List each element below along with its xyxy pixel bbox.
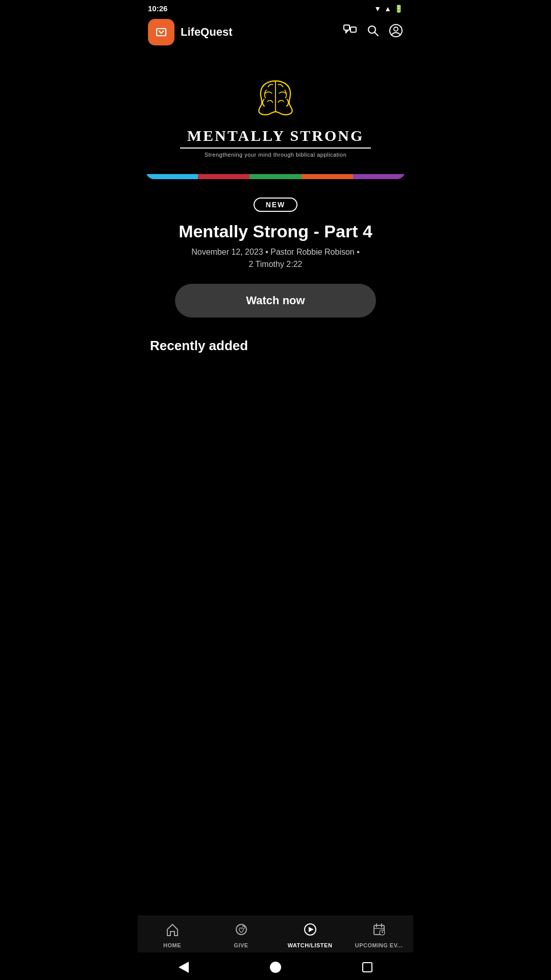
dot-separator-1: • — [265, 248, 270, 256]
recently-added-section: Recently added — [138, 333, 413, 422]
featured-date: November 12, 2023 — [191, 248, 263, 256]
series-title: MENTALLY STRONG — [187, 127, 364, 144]
color-seg-5 — [353, 174, 405, 179]
brand: LifeQuest — [148, 19, 232, 45]
color-seg-4 — [302, 174, 354, 179]
wifi-icon: ▼ — [374, 5, 381, 13]
hero-card: MENTALLY STRONG Strengthening your mind … — [146, 52, 405, 179]
hero-image: MENTALLY STRONG Strengthening your mind … — [146, 52, 405, 174]
nav-icons — [343, 23, 403, 41]
app-name: LifeQuest — [181, 26, 232, 39]
svg-rect-0 — [154, 24, 169, 40]
brain-icon — [247, 74, 304, 120]
watch-now-button[interactable]: Watch now — [175, 284, 376, 317]
chat-icon[interactable] — [343, 23, 357, 41]
recently-added-title: Recently added — [150, 338, 401, 354]
color-seg-1 — [146, 174, 198, 179]
color-bar — [146, 174, 405, 179]
featured-content: NEW — [138, 188, 413, 212]
dot-separator-2: • — [357, 248, 360, 256]
status-time: 10:26 — [148, 4, 167, 13]
featured-pastor: Pastor Robbie Robison — [270, 248, 355, 256]
title-divider — [180, 148, 371, 149]
new-badge: NEW — [254, 198, 298, 212]
featured-meta: November 12, 2023 • Pastor Robbie Robiso… — [150, 246, 401, 271]
battery-icon: 🔋 — [394, 5, 403, 13]
search-icon[interactable] — [366, 24, 380, 41]
svg-point-7 — [394, 27, 398, 31]
svg-rect-2 — [344, 25, 349, 30]
color-seg-2 — [198, 174, 250, 179]
featured-section: Mentally Strong - Part 4 November 12, 20… — [138, 212, 413, 317]
profile-icon[interactable] — [389, 23, 403, 41]
top-nav: LifeQuest — [138, 15, 413, 52]
featured-title: Mentally Strong - Part 4 — [150, 222, 401, 241]
color-seg-3 — [249, 174, 302, 179]
app-logo[interactable] — [148, 19, 174, 45]
svg-line-5 — [375, 32, 379, 36]
signal-icon: ▲ — [384, 5, 391, 13]
series-subtitle: Strengthening your mind through biblical… — [205, 152, 347, 158]
svg-rect-3 — [350, 27, 356, 32]
featured-scripture: 2 Timothy 2:22 — [249, 260, 303, 268]
status-bar: 10:26 ▼ ▲ 🔋 — [138, 0, 413, 15]
status-icons: ▼ ▲ 🔋 — [374, 5, 403, 13]
